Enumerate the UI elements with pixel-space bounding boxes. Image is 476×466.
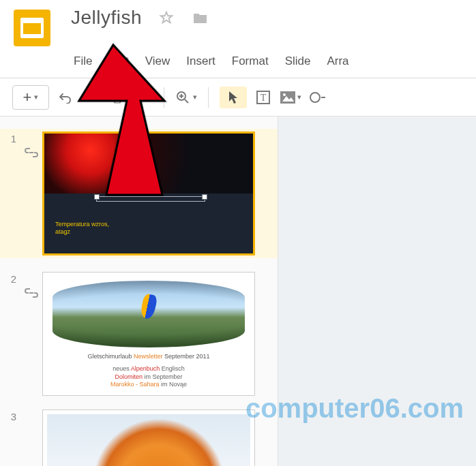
slide-thumb[interactable]: Temperatura wzros, atagz bbox=[42, 131, 255, 255]
toolbar-separator bbox=[208, 87, 209, 108]
undo-button[interactable] bbox=[56, 87, 75, 108]
menu-arrange[interactable]: Arra bbox=[327, 55, 348, 68]
svg-rect-0 bbox=[115, 99, 120, 103]
menu-file[interactable]: File bbox=[74, 55, 92, 68]
paint-format-button[interactable] bbox=[134, 87, 153, 108]
dropdown-caret-icon[interactable]: ▾ bbox=[193, 93, 197, 102]
svg-line-2 bbox=[185, 99, 188, 103]
print-button[interactable] bbox=[108, 87, 127, 108]
svg-point-9 bbox=[283, 93, 286, 96]
filmstrip-panel[interactable]: 1 Temperatura wzros, atagz 2 bbox=[0, 117, 278, 466]
svg-rect-7 bbox=[280, 91, 295, 104]
zoom-control[interactable]: ▾ bbox=[175, 90, 197, 105]
slide-thumbnail-3[interactable]: 3 bbox=[0, 409, 278, 466]
slides-app-icon[interactable] bbox=[14, 10, 50, 46]
slide-thumb[interactable]: Gletschimurlaub Newsletter September 201… bbox=[42, 272, 255, 396]
slide-thumb[interactable] bbox=[42, 409, 255, 466]
svg-text:T: T bbox=[261, 93, 267, 103]
select-tool-button[interactable] bbox=[220, 87, 247, 108]
star-icon[interactable] bbox=[157, 8, 176, 27]
menu-slide[interactable]: Slide bbox=[285, 55, 311, 68]
menu-view[interactable]: View bbox=[145, 55, 170, 68]
header-area: Jellyfish bbox=[0, 0, 476, 46]
link-icon bbox=[25, 288, 38, 298]
toolbar: + ▾ ▾ T ▾ bbox=[0, 78, 476, 116]
shape-button[interactable] bbox=[308, 87, 327, 108]
slide2-caption: Gletschimurlaub Newsletter September 201… bbox=[43, 353, 254, 360]
link-icon bbox=[25, 148, 38, 157]
slide1-text: Temperatura wzros, atagz bbox=[55, 221, 109, 236]
document-title[interactable]: Jellyfish bbox=[71, 7, 142, 29]
move-folder-icon[interactable] bbox=[191, 8, 210, 27]
slide-thumbnail-1[interactable]: 1 Temperatura wzros, atagz bbox=[0, 129, 278, 258]
slide-number: 1 bbox=[0, 131, 16, 144]
menu-edit[interactable]: Edit bbox=[108, 55, 128, 68]
dropdown-caret-icon[interactable]: ▾ bbox=[34, 93, 38, 102]
menu-insert[interactable]: Insert bbox=[186, 55, 215, 68]
slide-number: 2 bbox=[0, 272, 16, 285]
menu-bar: File Edit View Insert Format Slide Arra bbox=[74, 55, 476, 74]
content-area: 1 Temperatura wzros, atagz 2 bbox=[0, 116, 476, 466]
slide-thumbnail-2[interactable]: 2 Gletschimurlaub Newsletter September 2… bbox=[0, 272, 278, 396]
svg-point-10 bbox=[310, 93, 320, 102]
text-box-button[interactable]: T bbox=[254, 87, 273, 108]
image-button[interactable]: ▾ bbox=[280, 87, 301, 108]
toolbar-separator bbox=[164, 87, 164, 108]
slide-canvas[interactable] bbox=[278, 117, 476, 466]
slide2-body: neues Alpenbuch Englisch Dolomiten im Se… bbox=[43, 365, 254, 389]
menu-format[interactable]: Format bbox=[232, 55, 269, 68]
new-slide-button[interactable]: + ▾ bbox=[12, 85, 49, 110]
plus-icon: + bbox=[23, 89, 32, 106]
cursor-icon bbox=[227, 90, 239, 105]
zoom-in-icon bbox=[175, 90, 190, 105]
dropdown-caret-icon[interactable]: ▾ bbox=[297, 93, 301, 102]
slide-number: 3 bbox=[0, 409, 16, 422]
